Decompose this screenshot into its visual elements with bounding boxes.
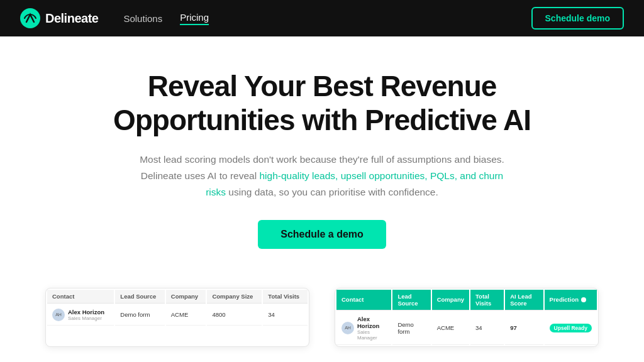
- after-col-aileadscore: AI Lead Score: [505, 290, 543, 310]
- after-cell-contact: AH Alex Horizon Sales Manager: [336, 312, 391, 345]
- nav-link-solutions[interactable]: Solutions: [123, 13, 162, 24]
- hero-subtitle: Most lead scoring models don't work beca…: [133, 151, 511, 201]
- table-row: AH Alex Horizon Sales Manager Demo form …: [47, 305, 308, 326]
- after-col-prediction: Prediction: [545, 290, 597, 310]
- after-table: Contact Lead Source Company Total Visits…: [335, 288, 598, 346]
- navbar: Delineate Solutions Pricing Schedule dem…: [0, 0, 644, 36]
- screenshot-before: Contact Lead Source Company Company Size…: [45, 288, 309, 347]
- contact-role: Sales Manager: [357, 329, 386, 341]
- before-col-totalvisits: Total Visits: [263, 290, 308, 304]
- before-col-companysize: Company Size: [207, 290, 262, 304]
- before-cell-leadsource: Demo form: [115, 305, 164, 326]
- hero-section: Reveal Your Best Revenue Opportunities w…: [0, 36, 644, 268]
- after-cell-leadsource: Demo form: [392, 312, 430, 345]
- after-cell-prediction: Upsell Ready: [545, 312, 597, 345]
- before-col-company: Company: [166, 290, 206, 304]
- before-table: Contact Lead Source Company Company Size…: [46, 288, 309, 327]
- before-col-contact: Contact: [47, 290, 114, 304]
- avatar: AH: [52, 309, 65, 321]
- after-cell-company: ACME: [432, 312, 469, 345]
- contact-name: Alex Horizon: [68, 309, 104, 315]
- table-row: AH Alex Horizon Sales Manager Demo form …: [336, 312, 597, 345]
- after-cell-totalvisits: 34: [470, 312, 504, 345]
- contact-name: Alex Horizon: [357, 315, 386, 329]
- nav-links: Solutions Pricing: [123, 12, 531, 25]
- screenshots-section: Contact Lead Source Company Company Size…: [0, 270, 644, 347]
- before-cell-company: ACME: [166, 305, 206, 326]
- schedule-demo-button-nav[interactable]: Schedule demo: [531, 7, 624, 30]
- after-cell-aiscore: 97: [505, 312, 543, 345]
- hero-subtitle-end: using data, so you can prioritise with c…: [226, 187, 438, 197]
- screenshot-after: Contact Lead Source Company Total Visits…: [335, 288, 599, 347]
- svg-point-0: [20, 8, 40, 28]
- before-cell-companysize: 4800: [207, 305, 262, 326]
- before-cell-contact: AH Alex Horizon Sales Manager: [47, 305, 114, 326]
- schedule-demo-button-hero[interactable]: Schedule a demo: [258, 220, 386, 249]
- prediction-badge: Upsell Ready: [550, 324, 592, 332]
- logo-area: Delineate: [20, 8, 98, 28]
- before-col-leadsource: Lead Source: [115, 290, 164, 304]
- contact-role: Sales Manager: [68, 315, 104, 321]
- nav-link-pricing[interactable]: Pricing: [180, 12, 209, 25]
- after-col-contact: Contact: [336, 290, 391, 310]
- hero-title: Reveal Your Best Revenue Opportunities w…: [108, 69, 536, 138]
- before-cell-totalvisits: 34: [263, 305, 308, 326]
- brand-name: Delineate: [45, 11, 98, 26]
- brand-logo-icon: [20, 8, 40, 28]
- after-col-company: Company: [432, 290, 469, 310]
- after-col-totalvisits: Total Visits: [470, 290, 504, 310]
- avatar: AH: [341, 322, 354, 334]
- after-col-leadsource: Lead Source: [392, 290, 430, 310]
- prediction-dot-icon: [581, 297, 586, 302]
